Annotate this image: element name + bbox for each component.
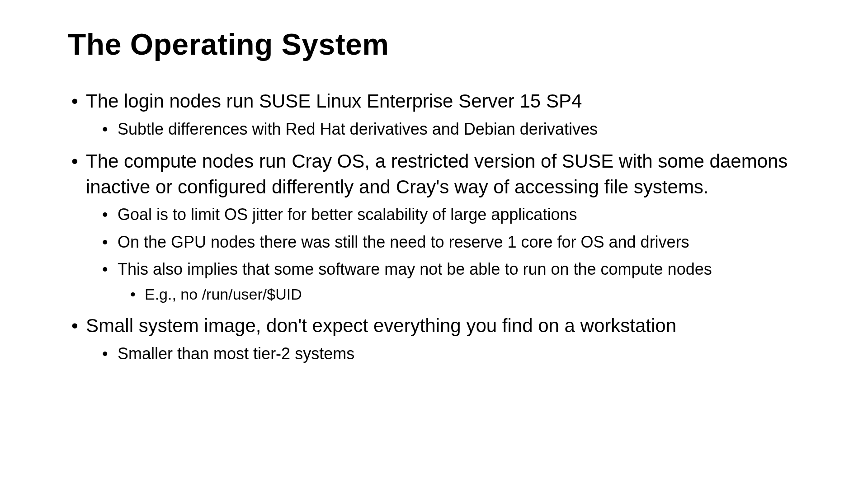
bullet-text: Subtle differences with Red Hat derivati… <box>118 120 598 138</box>
bullet-item: This also implies that some software may… <box>98 258 800 305</box>
slide-title: The Operating System <box>68 27 800 61</box>
bullet-item: Goal is to limit OS jitter for better sc… <box>98 203 800 226</box>
bullet-item: Subtle differences with Red Hat derivati… <box>98 118 800 141</box>
bullet-text: Smaller than most tier-2 systems <box>118 344 354 363</box>
bullet-list-level2: Subtle differences with Red Hat derivati… <box>86 118 800 141</box>
bullet-item: The login nodes run SUSE Linux Enterpris… <box>68 89 800 141</box>
bullet-item: On the GPU nodes there was still the nee… <box>98 231 800 253</box>
bullet-list-level2: Goal is to limit OS jitter for better sc… <box>86 203 800 305</box>
bullet-text: Goal is to limit OS jitter for better sc… <box>118 205 577 224</box>
bullet-text: On the GPU nodes there was still the nee… <box>118 233 689 251</box>
bullet-item: Smaller than most tier-2 systems <box>98 343 800 365</box>
bullet-text: This also implies that some software may… <box>118 260 712 278</box>
bullet-item: The compute nodes run Cray OS, a restric… <box>68 149 800 305</box>
bullet-text: E.g., no /run/user/$UID <box>145 286 302 303</box>
bullet-item: E.g., no /run/user/$UID <box>127 284 800 305</box>
bullet-text: Small system image, don't expect everyth… <box>86 315 676 336</box>
bullet-list-level1: The login nodes run SUSE Linux Enterpris… <box>68 89 800 365</box>
bullet-list-level3: E.g., no /run/user/$UID <box>118 284 800 305</box>
bullet-text: The login nodes run SUSE Linux Enterpris… <box>86 90 582 112</box>
bullet-item: Small system image, don't expect everyth… <box>68 313 800 365</box>
bullet-text: The compute nodes run Cray OS, a restric… <box>86 150 788 197</box>
bullet-list-level2: Smaller than most tier-2 systems <box>86 343 800 365</box>
